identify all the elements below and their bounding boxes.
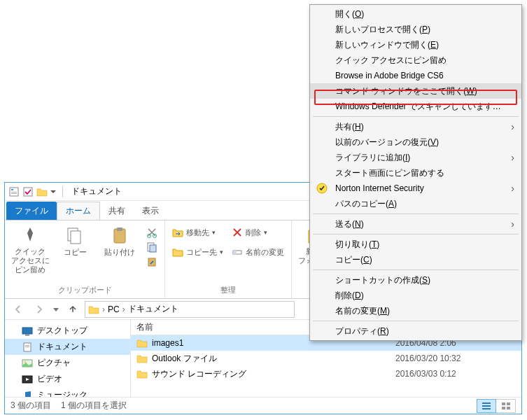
nav-back-button[interactable] [9, 301, 27, 318]
paste-label: 貼り付け [104, 247, 135, 258]
ctx-cut[interactable]: 切り取り(T) [310, 237, 521, 252]
nav-forward-button[interactable] [30, 301, 48, 318]
ctx-copy[interactable]: コピー(C) [310, 252, 521, 267]
nav-documents[interactable]: ドキュメント [5, 339, 130, 355]
svg-rect-18 [25, 335, 29, 336]
ctx-restore-previous[interactable]: 以前のバージョンの復元(V) [310, 134, 521, 150]
ctx-separator [313, 234, 519, 234]
tab-view[interactable]: 表示 [134, 202, 167, 220]
svg-rect-1 [11, 189, 13, 190]
svg-point-23 [24, 360, 27, 363]
svg-rect-25 [482, 402, 491, 404]
svg-rect-26 [482, 405, 491, 407]
svg-rect-15 [233, 251, 237, 254]
ctx-pin-quick-access[interactable]: クイック アクセスにピン留め [310, 52, 521, 68]
paste-shortcut-small-button[interactable] [145, 255, 159, 268]
ctx-copy-path[interactable]: パスのコピー(A) [310, 196, 521, 211]
svg-rect-4 [24, 188, 32, 196]
status-selected-count: 1 個の項目を選択 [61, 400, 127, 412]
window-title: ドキュメント [71, 186, 122, 197]
context-menu: 開く(O) 新しいプロセスで開く(P) 新しいウィンドウで開く(E) クイック … [309, 4, 522, 341]
tab-file[interactable]: ファイル [6, 202, 57, 220]
ctx-separator [313, 321, 519, 321]
ctx-open-command-window[interactable]: コマンド ウィンドウをここで開く(W) [310, 83, 521, 99]
status-bar: 3 個の項目 1 個の項目を選択 [5, 397, 521, 414]
breadcrumb-documents[interactable]: ドキュメント [128, 303, 178, 315]
delete-button[interactable]: 削除▾ [230, 226, 286, 239]
pin-quick-button[interactable]: クイック アクセスにピン留め [10, 223, 50, 275]
ctx-separator [313, 270, 519, 270]
ctx-separator [313, 116, 519, 117]
svg-rect-27 [482, 408, 491, 410]
svg-rect-12 [150, 245, 156, 252]
ctx-create-shortcut[interactable]: ショートカットの作成(S) [310, 272, 521, 288]
cut-small-button[interactable] [145, 226, 159, 239]
status-item-count: 3 個の項目 [10, 400, 51, 412]
ctx-share[interactable]: 共有(H) [310, 119, 521, 134]
file-row-sound[interactable]: サウンド レコーディング 2016/03/03 0:12 [131, 366, 521, 382]
nav-desktop[interactable]: デスクトップ [5, 323, 130, 339]
qat-dropdown[interactable] [50, 186, 57, 198]
svg-rect-28 [502, 402, 505, 405]
navigation-pane: デスクトップ ドキュメント ピクチャ ビデオ ミュージック [5, 320, 131, 397]
ctx-pin-to-start[interactable]: スタート画面にピン留めする [310, 165, 521, 181]
qat-checkbox[interactable] [22, 186, 34, 198]
pin-quick-label: クイック アクセスにピン留め [10, 247, 50, 275]
svg-rect-6 [71, 231, 80, 244]
svg-rect-31 [507, 407, 510, 410]
ctx-rename[interactable]: 名前の変更(M) [310, 303, 521, 318]
copy-path-small-button[interactable] [145, 241, 159, 253]
ctx-properties[interactable]: プロパティ(R) [310, 323, 521, 339]
view-details-button[interactable] [477, 399, 496, 413]
copy-button[interactable]: コピー [55, 223, 94, 258]
organize-group-label: 整理 [220, 284, 236, 297]
nav-recent-dropdown[interactable] [51, 301, 61, 318]
nav-up-button[interactable] [64, 301, 82, 318]
ctx-adobe-bridge[interactable]: Browse in Adobe Bridge CS6 [310, 68, 521, 83]
svg-rect-3 [11, 193, 17, 194]
svg-rect-17 [22, 328, 32, 334]
ctx-delete[interactable]: 削除(D) [310, 288, 521, 303]
ctx-add-to-library[interactable]: ライブラリに追加(I) [310, 150, 521, 165]
file-row-outlook[interactable]: Outlook ファイル 2016/03/20 10:32 [131, 351, 521, 366]
group-clipboard: クイック アクセスにピン留め コピー 貼り付け クリップボード [5, 220, 165, 298]
qat-folder-icon[interactable] [36, 186, 48, 198]
norton-icon [316, 182, 328, 195]
ctx-open-new-process[interactable]: 新しいプロセスで開く(P) [310, 22, 521, 37]
ctx-norton[interactable]: Norton Internet Security [310, 181, 521, 196]
tab-home[interactable]: ホーム [57, 202, 100, 220]
svg-rect-30 [502, 407, 505, 410]
qat-properties[interactable] [8, 186, 20, 198]
view-icons-button[interactable] [496, 399, 516, 413]
breadcrumb-pc[interactable]: PC [108, 304, 120, 314]
svg-rect-29 [507, 402, 510, 405]
svg-rect-8 [117, 227, 122, 231]
ctx-open[interactable]: 開く(O) [310, 6, 521, 22]
move-to-button[interactable]: 移動先▾ [171, 226, 225, 239]
ctx-windows-defender-scan[interactable]: Windows Defender でスキャンしています… [310, 99, 521, 114]
paste-button[interactable]: 貼り付け [100, 223, 139, 258]
ctx-separator [313, 214, 519, 214]
svg-rect-2 [11, 192, 17, 192]
svg-rect-21 [25, 346, 29, 347]
ctx-send-to[interactable]: 送る(N) [310, 216, 521, 232]
copy-to-button[interactable]: コピー先▾ [171, 246, 225, 258]
group-organize: 移動先▾ コピー先▾ 削除▾ 名前の変更 整理 [165, 220, 292, 298]
copy-label: コピー [64, 247, 87, 258]
tab-share[interactable]: 共有 [100, 202, 134, 220]
svg-rect-20 [25, 345, 29, 346]
nav-pictures[interactable]: ピクチャ [5, 355, 130, 371]
ctx-open-new-window[interactable]: 新しいウィンドウで開く(E) [310, 37, 521, 52]
breadcrumb-box[interactable]: › PC › ドキュメント [85, 301, 295, 318]
nav-music[interactable]: ミュージック [5, 387, 130, 397]
nav-videos[interactable]: ビデオ [5, 371, 130, 387]
rename-button[interactable]: 名前の変更 [230, 246, 286, 258]
clipboard-group-label: クリップボード [58, 284, 112, 297]
